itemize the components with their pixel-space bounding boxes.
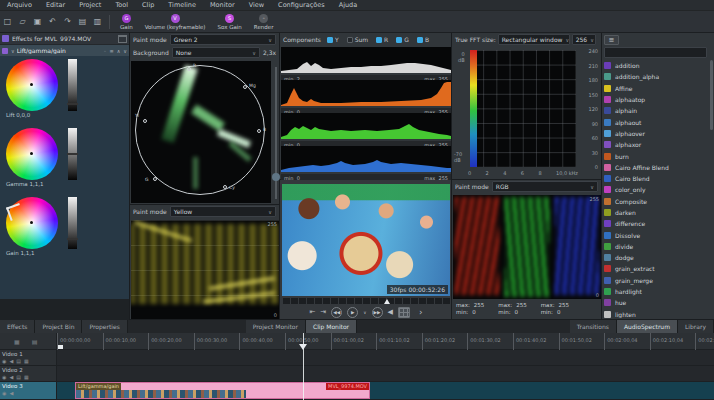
vectorscope-zoom-slider[interactable] bbox=[275, 67, 277, 199]
toolbar-action-button[interactable]: G Gain bbox=[120, 14, 133, 30]
track-header-video3[interactable]: Video 3 ◉ ◀ bbox=[0, 382, 57, 400]
track-video2[interactable] bbox=[57, 366, 714, 382]
compositions-search-input[interactable] bbox=[604, 47, 707, 58]
wheel-handle[interactable] bbox=[30, 83, 33, 86]
composition-item[interactable]: darken bbox=[604, 207, 708, 218]
composition-item[interactable]: addition bbox=[604, 60, 708, 71]
composition-item[interactable]: lighten bbox=[604, 309, 708, 318]
composition-item[interactable]: alphaatop bbox=[604, 94, 708, 105]
track-video3[interactable]: Lift/gamma/gain MVL_9974.MOV bbox=[57, 382, 714, 400]
track-video1[interactable] bbox=[57, 350, 714, 366]
composition-item[interactable]: Composite bbox=[604, 196, 708, 207]
effect-preset-icon[interactable]: ◦ bbox=[104, 48, 107, 54]
toolbar-icon[interactable]: ▣ bbox=[31, 15, 44, 28]
compositions-scrollbar[interactable] bbox=[710, 60, 713, 130]
dock-tab[interactable]: Project Monitor bbox=[246, 320, 306, 333]
vectorscope-paint-mode-select[interactable]: Green 2 ∨ bbox=[170, 34, 276, 45]
composition-item[interactable]: difference bbox=[604, 218, 708, 229]
composition-item[interactable]: grain_merge bbox=[604, 275, 708, 286]
dock-tab[interactable]: Transitions bbox=[570, 320, 617, 333]
playhead-marker[interactable] bbox=[299, 344, 307, 350]
composition-item[interactable]: Affine bbox=[604, 83, 708, 94]
dock-tab[interactable]: Properties bbox=[82, 320, 127, 333]
dock-tab[interactable]: Library bbox=[678, 320, 714, 333]
composition-item[interactable]: alphaover bbox=[604, 128, 708, 139]
effect-collapse-icon[interactable]: ∨ bbox=[11, 48, 15, 54]
monitor-seek-bar[interactable] bbox=[282, 298, 450, 304]
dock-tab[interactable]: Project Bin bbox=[35, 320, 82, 333]
histogram-component-checkbox[interactable]: Sum bbox=[347, 36, 368, 43]
composition-item[interactable]: alphain bbox=[604, 105, 708, 116]
parade-paint-mode-select[interactable]: RGB ∨ bbox=[492, 181, 598, 192]
menu-item[interactable]: Project bbox=[72, 0, 108, 11]
gamma-color-wheel[interactable] bbox=[6, 128, 58, 180]
gain-level-slider[interactable] bbox=[68, 197, 77, 249]
composition-item[interactable]: addition_alpha bbox=[604, 71, 708, 82]
menu-item[interactable]: Timeline bbox=[161, 0, 203, 11]
play-icon[interactable]: ▶ bbox=[347, 307, 358, 318]
float-panel-icon[interactable] bbox=[118, 35, 127, 43]
toolbar-icon[interactable]: ▱ bbox=[16, 15, 29, 28]
monitor-config-icon[interactable] bbox=[398, 307, 410, 318]
composition-item[interactable]: Cairo Blend bbox=[604, 173, 708, 184]
lift-level-slider[interactable] bbox=[68, 59, 77, 111]
track-hide-icon[interactable]: ◉ bbox=[2, 390, 6, 396]
composition-item[interactable]: hue bbox=[604, 297, 708, 308]
effect-up-icon[interactable]: ∧ bbox=[117, 48, 121, 54]
toolbar-action-button[interactable]: S Sox Gain bbox=[217, 14, 241, 30]
track-header-video1[interactable]: Video 1 ◉ ◀ ▤ ▦ bbox=[0, 350, 57, 366]
composition-item[interactable]: Cairo Affine Blend bbox=[604, 162, 708, 173]
monitor-video-frame[interactable]: 30fps 00:00:52:26 bbox=[282, 184, 450, 296]
composition-item[interactable]: alphaout bbox=[604, 116, 708, 127]
slider-handle[interactable] bbox=[67, 103, 78, 105]
hamburger-menu-icon[interactable]: ≡ bbox=[604, 35, 619, 45]
composition-item[interactable]: Dissolve bbox=[604, 229, 708, 240]
zoom-slider-handle[interactable] bbox=[272, 173, 280, 181]
histogram-component-checkbox[interactable]: B bbox=[417, 36, 429, 43]
histogram-component-checkbox[interactable]: G bbox=[396, 36, 409, 43]
timeline-tool-icon[interactable]: ▤ bbox=[32, 338, 38, 345]
histogram-component-checkbox[interactable]: R bbox=[376, 36, 388, 43]
composition-item[interactable]: grain_extract bbox=[604, 263, 708, 274]
track-mute-icon[interactable]: ◀ bbox=[9, 390, 13, 396]
toolbar-action-button[interactable]: V Volume (keyframable) bbox=[145, 14, 206, 30]
seek-position-marker[interactable] bbox=[384, 299, 390, 304]
track-effects-icon[interactable]: ▦ bbox=[24, 374, 29, 380]
composition-item[interactable]: hardlight bbox=[604, 286, 708, 297]
track-lock-icon[interactable]: ▤ bbox=[16, 374, 21, 380]
menu-item[interactable]: Tool bbox=[108, 0, 135, 11]
track-hide-icon[interactable]: ◉ bbox=[2, 358, 6, 364]
dock-tab[interactable]: AudioSpectrum bbox=[617, 320, 678, 333]
histogram-component-checkbox[interactable]: Y bbox=[327, 36, 339, 43]
wheel-handle[interactable] bbox=[30, 152, 33, 155]
track-hide-icon[interactable]: ◉ bbox=[2, 374, 6, 380]
slider-handle[interactable] bbox=[67, 238, 78, 240]
play-options-caret-icon[interactable]: ∨ bbox=[363, 307, 366, 318]
composition-item[interactable]: dodge bbox=[604, 252, 708, 263]
track-mute-icon[interactable]: ◀ bbox=[9, 374, 13, 380]
composition-item[interactable]: divide bbox=[604, 241, 708, 252]
menu-item[interactable]: Ajuda bbox=[332, 0, 364, 11]
timeline-clip[interactable]: Lift/gamma/gain MVL_9974.MOV bbox=[75, 382, 370, 399]
forward-icon[interactable]: ▶▶ bbox=[372, 307, 383, 318]
track-header-video2[interactable]: Video 2 ◉ ◀ ▤ ▦ bbox=[0, 366, 57, 382]
timeline-zone-marker[interactable] bbox=[58, 345, 63, 349]
toolbar-icon[interactable]: □ bbox=[1, 15, 14, 28]
effect-row[interactable]: ∨ Lift/gamma/gain ◦ ≡ ∧ ∨ bbox=[0, 45, 129, 56]
track-mute-icon[interactable]: ◀ bbox=[9, 358, 13, 364]
waveform-paint-mode-select[interactable]: Yellow ∨ bbox=[170, 206, 276, 217]
effect-down-icon[interactable]: ∨ bbox=[123, 48, 127, 54]
effect-menu-icon[interactable]: ≡ bbox=[109, 48, 113, 54]
composition-item[interactable]: burn bbox=[604, 150, 708, 161]
gamma-level-slider[interactable] bbox=[68, 128, 77, 180]
toolbar-icon[interactable]: ↷ bbox=[61, 15, 74, 28]
track-effects-icon[interactable]: ▦ bbox=[24, 358, 29, 364]
go-to-start-icon[interactable]: ⇤ bbox=[309, 307, 315, 318]
toolbar-icon[interactable]: ▤ bbox=[76, 15, 89, 28]
lift-color-wheel[interactable] bbox=[6, 59, 58, 111]
timeline-ruler[interactable]: ▦ ▤ 00:00:00,0000:00:10,0000:00:20,0000:… bbox=[0, 333, 714, 350]
composition-item[interactable]: alphaxor bbox=[604, 139, 708, 150]
gain-color-wheel[interactable] bbox=[6, 197, 58, 249]
menu-item[interactable]: Clip bbox=[135, 0, 161, 11]
expand-icon[interactable]: › bbox=[419, 307, 423, 318]
